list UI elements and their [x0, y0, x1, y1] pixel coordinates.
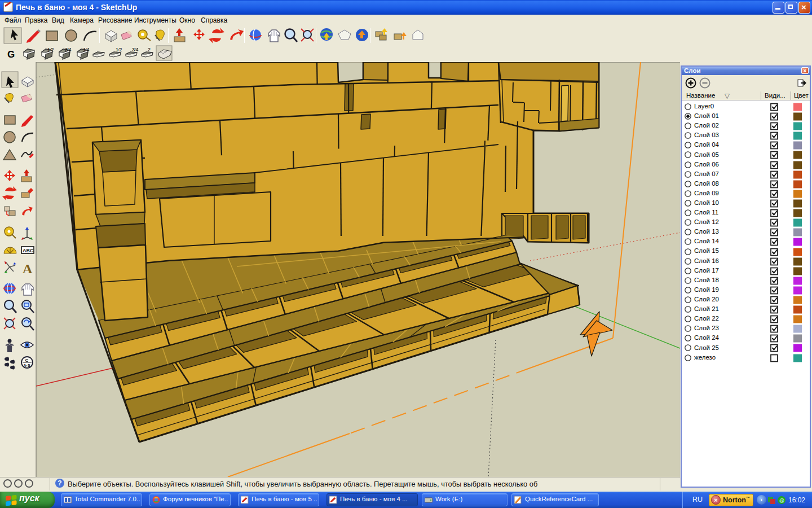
svg-text:A: A [23, 261, 33, 276]
svg-text:1⁄2: 1⁄2 [47, 47, 54, 52]
svg-text:G: G [7, 49, 15, 60]
svg-text:ABC: ABC [23, 248, 34, 253]
svg-text:1⁄4: 1⁄4 [83, 47, 90, 52]
svg-text:1⁄2: 1⁄2 [116, 47, 122, 52]
svg-text:@: @ [779, 498, 784, 503]
svg-text:C: C [25, 358, 29, 363]
svg-text:A·S: A·S [24, 364, 30, 367]
svg-text:3⁄4: 3⁄4 [65, 47, 72, 52]
svg-text:3⁄4: 3⁄4 [132, 47, 139, 52]
svg-text:2: 2 [148, 47, 151, 52]
